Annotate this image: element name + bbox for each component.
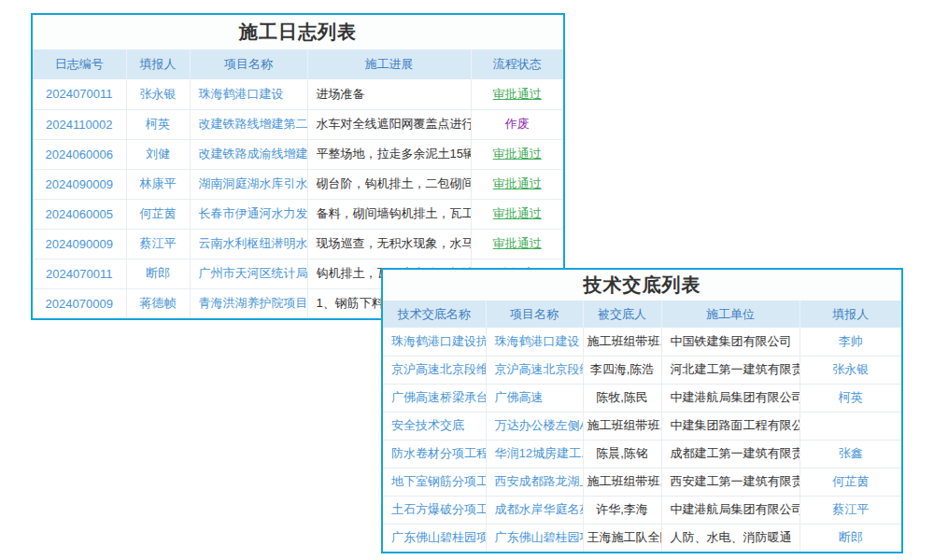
log-id-link[interactable]: 2024090009 bbox=[33, 169, 126, 199]
progress-text: 平整场地，拉走多余泥土15辆... bbox=[307, 139, 471, 169]
disclosure-name-link[interactable]: 广佛高速桥梁承台施... bbox=[383, 384, 486, 412]
reporter-link[interactable]: 刘健 bbox=[126, 139, 190, 169]
tech-disclosure-table: 技术交底名称 项目名称 被交底人 施工单位 填报人 珠海鹤港口建设抗浮... 珠… bbox=[383, 301, 901, 552]
progress-text: 水车对全线遮阳网覆盖点进行... bbox=[307, 109, 471, 139]
log-id-link[interactable]: 2024070009 bbox=[33, 288, 126, 318]
table-row: 2024090009 林康平 湖南洞庭湖水库引水工程... 砌台阶，钩机排土，二… bbox=[33, 169, 563, 199]
table-row: 2024090009 蔡江平 云南水利枢纽潜明水库一... 现场巡查，无积水现象… bbox=[33, 229, 563, 259]
project-link[interactable]: 长春市伊通河水力发电厂... bbox=[190, 199, 307, 229]
project-link[interactable]: 珠海鹤港口建设 bbox=[486, 328, 583, 356]
table-row: 2024110002 柯英 改建铁路线增建第二线直... 水车对全线遮阳网覆盖点… bbox=[33, 109, 563, 139]
project-link[interactable]: 珠海鹤港口建设 bbox=[190, 79, 307, 109]
progress-text: 进场准备 bbox=[307, 79, 471, 109]
project-link[interactable]: 改建铁路成渝线增建第二... bbox=[190, 139, 307, 169]
project-link[interactable]: 湖南洞庭湖水库引水工程... bbox=[190, 169, 307, 199]
status-link[interactable]: 审批通过 bbox=[493, 236, 542, 250]
disclosee-text: 施工班组带班... bbox=[583, 328, 661, 356]
col-header-disclosee: 被交底人 bbox=[583, 301, 661, 328]
reporter-link[interactable]: 李帅 bbox=[800, 328, 901, 356]
reporter-link[interactable]: 林康平 bbox=[126, 169, 190, 199]
reporter-link[interactable]: 蒋德帧 bbox=[126, 288, 190, 318]
log-id-link[interactable]: 2024060006 bbox=[33, 139, 126, 169]
table-header-row: 日志编号 填报人 项目名称 施工进展 流程状态 bbox=[33, 49, 563, 79]
col-header-log-id: 日志编号 bbox=[33, 49, 126, 79]
col-header-disclosure-name: 技术交底名称 bbox=[383, 301, 486, 328]
table-row: 广东佛山碧桂园项目... 广东佛山碧桂园项目 王海施工队全队 人防、水电、消防暖… bbox=[383, 524, 901, 552]
builder-unit-text: 河北建工第一建筑有限责任公司 bbox=[661, 356, 800, 384]
project-link[interactable]: 青海洪湖养护院项目 bbox=[190, 288, 307, 318]
reporter-link[interactable]: 张鑫 bbox=[800, 440, 901, 468]
project-link[interactable]: 华润12城房建工... bbox=[486, 440, 583, 468]
table-row: 广佛高速桥梁承台施... 广佛高速 陈牧,陈民 中建港航局集团有限公司 柯英 bbox=[383, 384, 901, 412]
project-link[interactable]: 万达办公楼左侧A... bbox=[486, 412, 583, 440]
reporter-link[interactable]: 何芷茵 bbox=[126, 199, 190, 229]
progress-text: 砌台阶，钩机排土，二包砌间... bbox=[307, 169, 471, 199]
log-id-link[interactable]: 2024090009 bbox=[33, 229, 126, 259]
status-link[interactable]: 审批通过 bbox=[493, 147, 542, 161]
reporter-link[interactable]: 柯英 bbox=[800, 384, 901, 412]
disclosee-text: 施工班组带班... bbox=[583, 412, 661, 440]
disclosee-text: 王海施工队全队 bbox=[583, 524, 661, 552]
log-id-link[interactable]: 2024110002 bbox=[33, 109, 126, 139]
project-link[interactable]: 广佛高速 bbox=[486, 384, 583, 412]
project-link[interactable]: 改建铁路线增建第二线直... bbox=[190, 109, 307, 139]
table-row: 2024060005 何芷茵 长春市伊通河水力发电厂... 备料，砌间墙钩机排土… bbox=[33, 199, 563, 229]
disclosure-name-link[interactable]: 防水卷材分项工程施... bbox=[383, 440, 486, 468]
disclosure-name-link[interactable]: 广东佛山碧桂园项目... bbox=[383, 524, 486, 552]
reporter-link[interactable]: 断郎 bbox=[126, 259, 190, 288]
col-header-builder-unit: 施工单位 bbox=[661, 301, 800, 328]
table-row: 2024070011 张永银 珠海鹤港口建设 进场准备 审批通过 bbox=[33, 79, 563, 109]
col-header-project: 项目名称 bbox=[190, 49, 307, 79]
table-header-row: 技术交底名称 项目名称 被交底人 施工单位 填报人 bbox=[383, 301, 901, 328]
col-header-status: 流程状态 bbox=[471, 49, 563, 79]
disclosure-name-link[interactable]: 土石方爆破分项工程... bbox=[383, 496, 486, 524]
disclosure-name-link[interactable]: 京沪高速北京段维修... bbox=[383, 356, 486, 384]
builder-unit-text: 西安建工第一建筑有限责任公司 bbox=[661, 468, 800, 496]
project-link[interactable]: 广东佛山碧桂园项目 bbox=[486, 524, 583, 552]
table-row: 土石方爆破分项工程... 成都水岸华庭名苑... 许华,李海 中建港航局集团有限… bbox=[383, 496, 901, 524]
project-link[interactable]: 成都水岸华庭名苑... bbox=[486, 496, 583, 524]
table-row: 珠海鹤港口建设抗浮... 珠海鹤港口建设 施工班组带班... 中国铁建集团有限公… bbox=[383, 328, 901, 356]
reporter-link[interactable]: 蔡江平 bbox=[126, 229, 190, 259]
log-id-link[interactable]: 2024070011 bbox=[33, 79, 126, 109]
builder-unit-text: 中国铁建集团有限公司 bbox=[661, 328, 800, 356]
project-link[interactable]: 京沪高速北京段维修 bbox=[486, 356, 583, 384]
builder-unit-text: 中建集团路面工程有限公司 bbox=[661, 412, 800, 440]
builder-unit-text: 中建港航局集团有限公司 bbox=[661, 384, 800, 412]
disclosure-name-link[interactable]: 安全技术交底 bbox=[383, 412, 486, 440]
col-header-project: 项目名称 bbox=[486, 301, 583, 328]
status-link[interactable]: 审批通过 bbox=[493, 176, 542, 190]
log-id-link[interactable]: 2024070011 bbox=[33, 259, 126, 288]
progress-text: 现场巡查，无积水现象，水马... bbox=[307, 229, 471, 259]
project-link[interactable]: 云南水利枢纽潜明水库一... bbox=[190, 229, 307, 259]
log-id-link[interactable]: 2024060005 bbox=[33, 199, 126, 229]
construction-log-title: 施工日志列表 bbox=[33, 15, 563, 49]
col-header-reporter: 填报人 bbox=[126, 49, 190, 79]
disclosure-name-link[interactable]: 地下室钢筋分项工程... bbox=[383, 468, 486, 496]
reporter-link[interactable]: 断郎 bbox=[800, 524, 901, 552]
reporter-link[interactable]: 张永银 bbox=[126, 79, 190, 109]
builder-unit-text: 成都建工第一建筑有限责任公司 bbox=[661, 440, 800, 468]
col-header-progress: 施工进展 bbox=[307, 49, 471, 79]
disclosee-text: 李四海,陈浩 bbox=[583, 356, 661, 384]
reporter-link[interactable]: 蔡江平 bbox=[800, 496, 901, 524]
reporter-link[interactable]: 何芷茵 bbox=[800, 468, 901, 496]
disclosure-name-link[interactable]: 珠海鹤港口建设抗浮... bbox=[383, 328, 486, 356]
status-link[interactable]: 作废 bbox=[505, 117, 530, 131]
tech-disclosure-panel: 技术交底列表 技术交底名称 项目名称 被交底人 施工单位 填报人 珠海鹤港口建设… bbox=[381, 268, 903, 553]
table-row: 防水卷材分项工程施... 华润12城房建工... 陈晨,陈铭 成都建工第一建筑有… bbox=[383, 440, 901, 468]
disclosee-text: 陈牧,陈民 bbox=[583, 384, 661, 412]
reporter-link[interactable]: 柯英 bbox=[126, 109, 190, 139]
table-row: 安全技术交底 万达办公楼左侧A... 施工班组带班... 中建集团路面工程有限公… bbox=[383, 412, 901, 440]
reporter-link[interactable] bbox=[800, 412, 901, 440]
table-row: 京沪高速北京段维修... 京沪高速北京段维修 李四海,陈浩 河北建工第一建筑有限… bbox=[383, 356, 901, 384]
status-link[interactable]: 审批通过 bbox=[493, 87, 542, 101]
reporter-link[interactable]: 张永银 bbox=[800, 356, 901, 384]
project-link[interactable]: 广州市天河区统计局机房... bbox=[190, 259, 307, 288]
project-link[interactable]: 西安成都路龙湖上... bbox=[486, 468, 583, 496]
table-row: 2024060006 刘健 改建铁路成渝线增建第二... 平整场地，拉走多余泥土… bbox=[33, 139, 563, 169]
builder-unit-text: 中建港航局集团有限公司 bbox=[661, 496, 800, 524]
tech-disclosure-title: 技术交底列表 bbox=[383, 270, 901, 301]
status-link[interactable]: 审批通过 bbox=[493, 206, 542, 220]
progress-text: 备料，砌间墙钩机排土，瓦工... bbox=[307, 199, 471, 229]
